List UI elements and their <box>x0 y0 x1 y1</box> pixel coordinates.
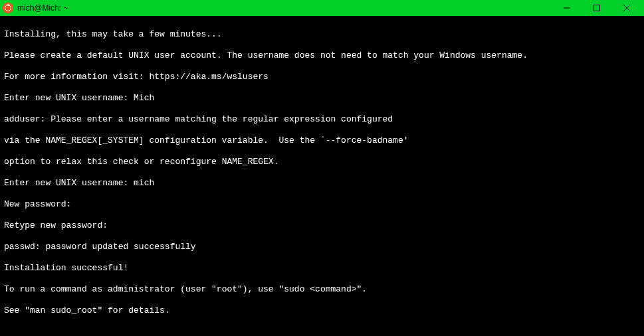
output-line: Installation successful! <box>4 263 640 274</box>
output-line: Enter new UNIX username: Mich <box>4 93 640 104</box>
maximize-button[interactable] <box>582 0 611 16</box>
output-line: Installing, this may take a few minutes.… <box>4 29 640 40</box>
output-line: option to relax this check or reconfigur… <box>4 157 640 167</box>
output-line: To run a command as administrator (user … <box>4 284 640 295</box>
svg-rect-1 <box>593 5 599 11</box>
output-line: Enter new UNIX username: mich <box>4 178 640 189</box>
output-line: passwd: password updated successfully <box>4 242 640 252</box>
ubuntu-icon <box>3 3 13 13</box>
titlebar[interactable]: mich@Mich: ~ <box>0 0 644 16</box>
output-line: Retype new password: <box>4 220 640 231</box>
minimize-button[interactable] <box>552 0 582 16</box>
window-controls <box>552 0 641 16</box>
output-line: New password: <box>4 199 640 210</box>
output-line: For more information visit: https://aka.… <box>4 72 640 82</box>
window-title: mich@Mich: ~ <box>17 3 552 13</box>
output-line <box>4 327 640 336</box>
terminal-output[interactable]: Installing, this may take a few minutes.… <box>0 16 644 336</box>
output-line: adduser: Please enter a username matchin… <box>4 114 640 125</box>
output-line: Please create a default UNIX user accoun… <box>4 50 640 61</box>
close-button[interactable] <box>611 0 641 16</box>
output-line: via the NAME_REGEX[_SYSTEM] configuratio… <box>4 135 640 146</box>
output-line: See "man sudo_root" for details. <box>4 305 640 316</box>
terminal-window: mich@Mich: ~ Installing, this may take a… <box>0 0 644 336</box>
